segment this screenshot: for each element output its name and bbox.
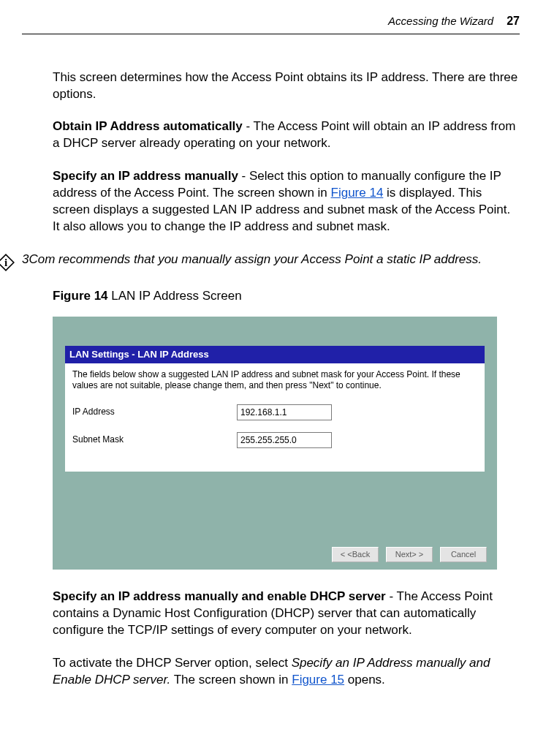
section-title: Accessing the Wizard <box>388 14 493 29</box>
subnet-mask-input[interactable] <box>237 432 332 448</box>
dialog-instructions: The fields below show a suggested LAN IP… <box>72 369 477 391</box>
subnet-mask-label: Subnet Mask <box>72 434 237 445</box>
option-2-title: Specify an IP address manually <box>53 169 238 183</box>
option-3-title: Specify an IP address manually and enabl… <box>53 589 386 603</box>
option-2-paragraph: Specify an IP address manually - Select … <box>53 168 520 235</box>
lan-settings-dialog: LAN Settings - LAN IP Address The fields… <box>65 346 485 472</box>
figure-14-screenshot: LAN Settings - LAN IP Address The fields… <box>53 317 497 570</box>
svg-text:i: i <box>4 257 7 269</box>
activate-pre: To activate the DHCP Server option, sele… <box>53 656 292 670</box>
recommendation-note: 3Com recommends that you manually assign… <box>22 252 482 268</box>
figure-15-link[interactable]: Figure 15 <box>292 673 344 687</box>
back-button[interactable]: < <Back <box>332 547 379 562</box>
dialog-titlebar: LAN Settings - LAN IP Address <box>65 346 485 363</box>
intro-paragraph: This screen determines how the Access Po… <box>53 69 520 103</box>
figure-14-title: LAN IP Address Screen <box>108 289 242 303</box>
subnet-mask-row: Subnet Mask <box>72 432 477 448</box>
ip-address-input[interactable] <box>237 404 332 420</box>
ip-address-label: IP Address <box>72 406 237 417</box>
figure-14-number: Figure 14 <box>53 289 108 303</box>
activate-mid: The screen shown in <box>170 673 292 687</box>
cancel-button[interactable]: Cancel <box>440 547 487 562</box>
info-icon: i <box>0 253 15 272</box>
option-1-title: Obtain IP Address automatically <box>53 119 243 133</box>
activate-post: opens. <box>344 673 385 687</box>
page-header: Accessing the Wizard 27 <box>22 13 520 34</box>
next-button[interactable]: Next> > <box>386 547 433 562</box>
option-1-paragraph: Obtain IP Address automatically - The Ac… <box>53 118 520 152</box>
figure-14-link[interactable]: Figure 14 <box>331 186 384 200</box>
figure-14-caption: Figure 14 LAN IP Address Screen <box>53 288 520 305</box>
option-3-paragraph: Specify an IP address manually and enabl… <box>53 589 520 639</box>
page-number: 27 <box>507 13 520 29</box>
ip-address-row: IP Address <box>72 404 477 420</box>
activate-paragraph: To activate the DHCP Server option, sele… <box>53 655 520 689</box>
